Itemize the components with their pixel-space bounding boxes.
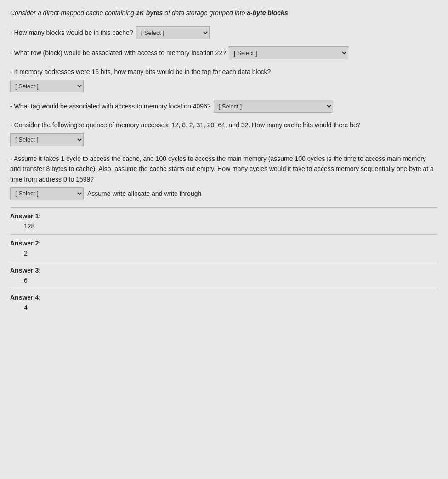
answer-4-value: 4 <box>10 304 438 311</box>
question-1-text: - How many blocks would be in this cache… <box>10 28 133 38</box>
intro-bold2: 8-byte blocks <box>247 9 288 17</box>
intro-bold1: 1K bytes <box>136 9 163 17</box>
question-2-select[interactable]: [ Select ] <box>229 46 348 59</box>
question-6-text: - Assume it takes 1 cycle to access the … <box>10 154 438 184</box>
page-container: Consider a direct-mapped cache containin… <box>0 0 448 479</box>
question-3-block: - If memory addresses were 16 bits, how … <box>10 67 438 92</box>
question-5-text-part: - Consider the following sequence of mem… <box>10 121 361 129</box>
answers-section: Answer 1: 128 Answer 2: 2 Answer 3: 6 An… <box>10 207 438 316</box>
answer-1-value: 128 <box>10 222 438 230</box>
question-2-block: - What row (block) would be associated w… <box>10 46 438 59</box>
answer-2-block: Answer 2: 2 <box>10 234 438 262</box>
assume-text: Assume write allocate and write through <box>87 190 201 197</box>
question-1-block: - How many blocks would be in this cache… <box>10 26 438 39</box>
question-5-text: - Consider the following sequence of mem… <box>10 120 438 130</box>
answer-3-label: Answer 3: <box>10 267 438 274</box>
answer-4-block: Answer 4: 4 <box>10 289 438 316</box>
question-3-select-row: [ Select ] <box>10 80 438 92</box>
intro-prefix: Consider a direct-mapped cache containin… <box>10 9 136 17</box>
question-5-select-row: [ Select ] <box>10 133 438 146</box>
question-6-block: - Assume it takes 1 cycle to access the … <box>10 154 438 200</box>
question-4-text: - What tag would be associated with acce… <box>10 101 211 111</box>
question-5-select[interactable]: [ Select ] <box>10 133 84 146</box>
question-6-select[interactable]: [ Select ] <box>10 187 84 200</box>
intro-text: Consider a direct-mapped cache containin… <box>10 8 438 18</box>
answer-2-label: Answer 2: <box>10 240 438 247</box>
question-5-block: - Consider the following sequence of mem… <box>10 120 438 146</box>
question-3-select[interactable]: [ Select ] <box>10 80 84 92</box>
answer-1-block: Answer 1: 128 <box>10 207 438 234</box>
question-1-select[interactable]: [ Select ] <box>136 26 210 39</box>
answer-4-label: Answer 4: <box>10 294 438 301</box>
question-3-text: - If memory addresses were 16 bits, how … <box>10 67 438 77</box>
question-6-select-row: [ Select ] Assume write allocate and wri… <box>10 187 438 200</box>
intro-mid: of data storage grouped into <box>163 9 247 17</box>
question-2-text: - What row (block) would be associated w… <box>10 48 226 58</box>
question-6-text-part: - Assume it takes 1 cycle to access the … <box>10 155 434 183</box>
question-4-block: - What tag would be associated with acce… <box>10 100 438 113</box>
answer-2-value: 2 <box>10 250 438 257</box>
answer-3-value: 6 <box>10 277 438 284</box>
question-4-select[interactable]: [ Select ] <box>214 100 333 113</box>
answer-1-label: Answer 1: <box>10 212 438 220</box>
answer-3-block: Answer 3: 6 <box>10 262 438 289</box>
